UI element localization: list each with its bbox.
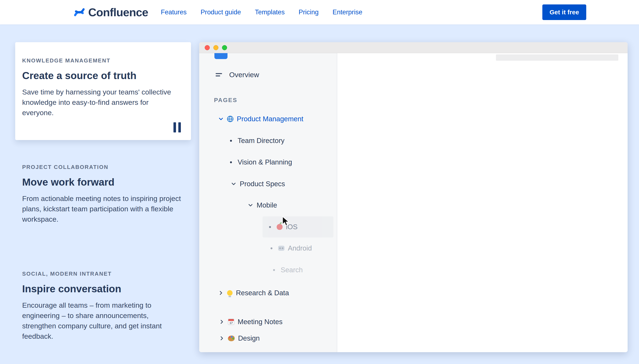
section-body: Encourage all teams – from marketing to … xyxy=(22,300,174,342)
window-chrome xyxy=(199,42,627,53)
calendar-day: 17 xyxy=(228,321,234,324)
chevron-right-icon[interactable] xyxy=(219,319,225,325)
sidebar-item-overview[interactable]: Overview xyxy=(215,64,259,85)
tree-item-label: Search xyxy=(281,266,303,274)
feature-section-social-intranet: SOCIAL, MODERN INTRANET Inspire conversa… xyxy=(22,270,174,342)
confluence-logo-icon xyxy=(74,6,85,18)
pages-section-label: PAGES xyxy=(214,94,237,106)
pause-bar xyxy=(178,122,181,132)
section-body: From actionable meeting notes to inspiri… xyxy=(22,194,189,224)
chevron-down-icon[interactable] xyxy=(230,181,237,187)
tree-item-label: Mobile xyxy=(257,201,277,209)
app-tab-peek xyxy=(214,52,228,59)
nav-pricing[interactable]: Pricing xyxy=(299,8,319,16)
section-body: Save time by harnessing your teams' coll… xyxy=(22,87,180,118)
primary-nav: Features Product guide Templates Pricing… xyxy=(161,8,362,16)
nav-features[interactable]: Features xyxy=(161,8,187,16)
bullet-icon xyxy=(230,140,232,142)
confluence-logo[interactable]: Confluence xyxy=(74,6,148,19)
tree-item-ios[interactable]: iOS xyxy=(263,216,333,238)
tree-item-mobile[interactable]: Mobile xyxy=(247,195,277,216)
robot-icon xyxy=(278,246,284,251)
feature-section-project-collaboration: PROJECT COLLABORATION Move work forward … xyxy=(22,164,189,224)
nav-product-guide[interactable]: Product guide xyxy=(201,8,241,16)
mouse-cursor-icon xyxy=(281,216,290,227)
chevron-right-icon[interactable] xyxy=(218,290,224,296)
bullet-icon xyxy=(269,226,271,228)
nav-enterprise[interactable]: Enterprise xyxy=(333,8,362,16)
overview-label: Overview xyxy=(229,71,259,79)
tree-item-label: Android xyxy=(288,244,312,252)
top-navigation: Confluence Features Product guide Templa… xyxy=(0,0,639,24)
demo-app: Overview PAGES Product Management Team D… xyxy=(199,53,627,352)
close-window-icon xyxy=(205,45,210,50)
tree-item-search[interactable]: Search xyxy=(273,260,303,280)
tree-item-label: Research & Data xyxy=(236,289,289,297)
chevron-right-icon[interactable] xyxy=(219,335,225,342)
bullet-icon xyxy=(271,248,272,249)
palette-icon xyxy=(228,336,235,341)
section-eyebrow: PROJECT COLLABORATION xyxy=(22,164,189,170)
demo-browser-window: Overview PAGES Product Management Team D… xyxy=(199,42,627,352)
calendar-icon: 17 xyxy=(228,319,234,325)
section-title: Inspire conversation xyxy=(22,283,174,294)
bullet-icon xyxy=(230,161,232,163)
feature-card-knowledge-management: KNOWLEDGE MANAGEMENT Create a source of … xyxy=(15,42,191,140)
tree-item-label: Vision & Planning xyxy=(238,158,292,166)
tree-item-product-specs[interactable]: Product Specs xyxy=(230,173,285,194)
page-body: KNOWLEDGE MANAGEMENT Create a source of … xyxy=(0,24,639,364)
tree-item-label: Team Directory xyxy=(238,137,284,145)
tree-item-product-management[interactable]: Product Management xyxy=(218,108,303,130)
demo-sidebar: Overview PAGES Product Management Team D… xyxy=(199,53,337,352)
section-title: Move work forward xyxy=(22,176,189,188)
tree-item-research-data[interactable]: Research & Data xyxy=(218,282,289,304)
tree-item-label: Meeting Notes xyxy=(238,318,283,326)
demo-content-pane xyxy=(338,53,627,352)
loading-skeleton-bar xyxy=(496,54,618,61)
lightbulb-icon xyxy=(227,290,233,296)
tree-item-team-directory[interactable]: Team Directory xyxy=(230,130,284,151)
overview-lines-icon xyxy=(215,72,222,78)
pause-bar xyxy=(174,122,176,132)
logo-wordmark: Confluence xyxy=(88,6,148,19)
section-eyebrow: SOCIAL, MODERN INTRANET xyxy=(22,270,174,277)
maximize-window-icon xyxy=(222,45,227,50)
get-it-free-button[interactable]: Get it free xyxy=(542,4,586,20)
chevron-down-icon[interactable] xyxy=(218,116,224,122)
globe-icon xyxy=(227,116,233,122)
tree-item-label: Product Specs xyxy=(240,180,285,188)
tree-item-vision-planning[interactable]: Vision & Planning xyxy=(230,152,292,173)
pause-button[interactable] xyxy=(172,121,182,134)
minimize-window-icon xyxy=(213,45,218,50)
tree-item-design[interactable]: Design xyxy=(219,328,260,349)
calendar-band xyxy=(228,319,234,321)
bullet-icon xyxy=(273,269,275,271)
tree-item-label: Design xyxy=(238,334,260,342)
chevron-down-icon[interactable] xyxy=(247,202,254,208)
section-title: Create a source of truth xyxy=(22,70,182,82)
tree-item-android[interactable]: Android xyxy=(271,238,312,259)
section-eyebrow: KNOWLEDGE MANAGEMENT xyxy=(22,57,182,64)
tree-item-label: Product Management xyxy=(237,115,303,123)
nav-templates[interactable]: Templates xyxy=(255,8,285,16)
